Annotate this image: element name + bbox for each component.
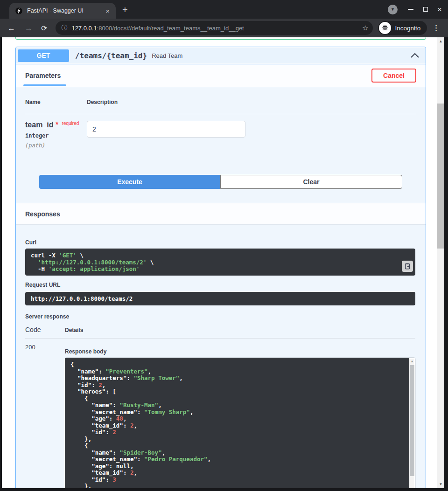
http-method-badge: GET [18,49,69,62]
minimize-icon[interactable] [408,9,413,10]
server-response-label: Server response [25,313,415,320]
new-tab-button[interactable]: + [122,5,128,14]
column-header-description: Description [87,99,118,108]
parameters-title: Parameters [25,72,61,79]
copy-to-clipboard-icon[interactable] [402,261,413,272]
status-code: 200 [25,344,65,488]
team-id-input[interactable] [87,121,245,138]
response-body-json: { "name": "Preventers", "headquarters": … [65,358,415,488]
request-url-label: Request URL [25,282,415,288]
responses-header-row: Responses [16,203,426,225]
url-text: 127.0.0.1:8000/docs#/default/read_team_t… [71,25,362,32]
browser-window: FastAPI - Swagger UI × + ▼ × ← → ⟳ ⓘ 127… [0,0,448,491]
page-scrollbar[interactable]: ▲ ▼ [437,37,444,488]
site-info-icon[interactable]: ⓘ [61,24,67,32]
incognito-label: Incognito [395,25,420,32]
parameters-body: Name Description team_id * required inte… [16,87,426,203]
parameter-row: team_id * required integer (path) [25,114,416,158]
back-icon[interactable]: ← [7,24,15,32]
forward-icon[interactable]: → [25,24,33,32]
curl-block: curl -X 'GET' \ 'http://127.0.0.1:8000/t… [25,249,415,276]
url-bar[interactable]: ⓘ 127.0.0.1:8000/docs#/default/read_team… [56,21,373,35]
scrollbar-thumb[interactable] [410,365,414,476]
window-controls: ▼ × [388,0,448,19]
response-body-label: Response body [65,348,415,355]
response-body-block: { "name": "Preventers", "headquarters": … [65,358,415,488]
previous-endpoint-block-edge [15,37,426,40]
window-close-icon[interactable]: × [437,6,442,14]
parameter-type: integer [25,132,87,139]
tab-close-icon[interactable]: × [104,7,111,14]
parameters-header-row: Parameters Cancel [16,64,426,87]
incognito-icon [379,22,391,34]
parameter-location: (path) [25,142,87,149]
responses-body: Curl curl -X 'GET' \ 'http://127.0.0.1:8… [16,225,426,488]
reload-icon[interactable]: ⟳ [41,24,47,32]
browser-toolbar: ← → ⟳ ⓘ 127.0.0.1:8000/docs#/default/rea… [0,19,448,37]
swagger-page: GET /teams/{team_id} Read Team Parameter… [2,37,444,488]
scrollbar-thumb[interactable] [437,104,444,249]
parameter-name: team_id [25,121,53,129]
required-label: required [62,121,79,126]
scroll-down-icon[interactable]: ▼ [437,482,444,486]
tab-search-icon[interactable]: ▼ [388,5,398,14]
column-header-details: Details [65,326,83,333]
tab-title: FastAPI - Swagger UI [27,7,104,14]
column-header-name: Name [25,99,87,108]
collapse-chevron-icon[interactable] [411,53,419,58]
menu-kebab-icon[interactable]: ⋮ [433,24,440,32]
execute-button-group: Execute Clear [39,175,402,189]
execute-button[interactable]: Execute [39,175,220,189]
fastapi-favicon-icon [15,7,23,15]
scroll-up-icon[interactable]: ▲ [409,358,415,365]
request-url-value: http://127.0.0.1:8000/teams/2 [25,292,415,305]
endpoint-summary: Read Team [152,52,182,59]
required-asterisk: * [56,121,58,129]
bookmark-star-icon[interactable]: ☆ [362,24,368,32]
scroll-up-icon[interactable]: ▲ [437,39,444,43]
response-row: 200 Response body { "name": "Preventers"… [25,344,415,488]
endpoint-path: /teams/{team_id} [75,51,147,60]
endpoint-summary-row[interactable]: GET /teams/{team_id} Read Team [16,47,426,64]
url-path: :8000/docs#/default/read_team_teams__tea… [97,25,244,32]
response-body-scrollbar[interactable]: ▲ [409,358,415,488]
responses-title: Responses [25,210,60,218]
incognito-badge: Incognito [378,21,427,35]
clear-button[interactable]: Clear [220,175,402,189]
endpoint-block-get-teams: GET /teams/{team_id} Read Team Parameter… [15,47,426,488]
tab-strip: FastAPI - Swagger UI × + ▼ × [0,0,448,19]
curl-command: curl -X 'GET' \ 'http://127.0.0.1:8000/t… [25,249,415,276]
url-host: 127.0.0.1 [71,25,97,32]
column-header-code: Code [25,326,65,333]
parameters-tab-underline [23,84,66,86]
curl-label: Curl [25,239,415,246]
cancel-button[interactable]: Cancel [371,69,416,83]
browser-tab[interactable]: FastAPI - Swagger UI × [9,3,116,19]
table-divider [25,338,415,339]
maximize-icon[interactable] [423,7,428,12]
